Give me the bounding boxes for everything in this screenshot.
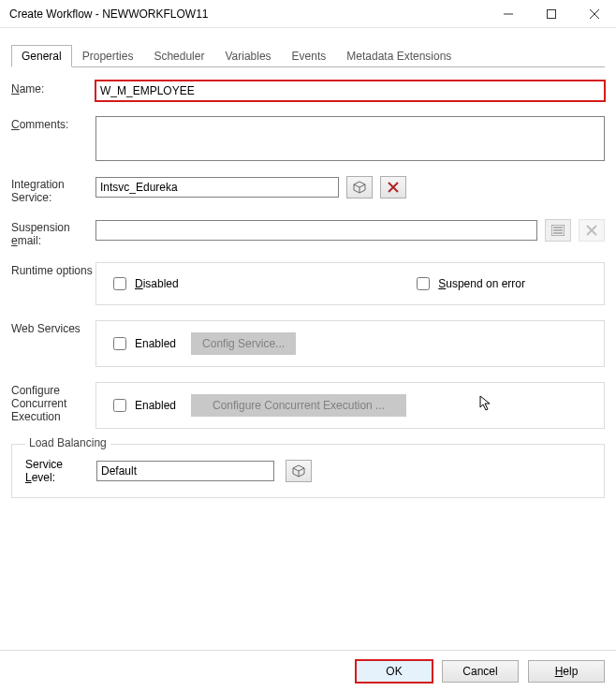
tab-properties[interactable]: Properties xyxy=(72,45,144,67)
concurrent-enabled-wrap[interactable]: Enabled xyxy=(110,396,176,415)
suspension-email-label: Suspension email: xyxy=(11,219,95,247)
cube-icon xyxy=(353,181,366,194)
tab-strip: General Properties Scheduler Variables E… xyxy=(11,45,605,67)
concurrent-enabled-checkbox[interactable] xyxy=(113,399,126,412)
suspension-email-browse-button[interactable] xyxy=(545,219,571,242)
concurrent-enabled-label: Enabled xyxy=(135,399,176,412)
web-services-label: Web Services xyxy=(11,320,95,335)
close-button[interactable] xyxy=(573,0,616,28)
comments-textarea[interactable] xyxy=(95,116,605,161)
maximize-button[interactable] xyxy=(530,0,573,28)
tab-variables[interactable]: Variables xyxy=(214,45,281,67)
maximize-icon xyxy=(547,9,556,19)
service-level-label: ServiceLevel: xyxy=(25,458,96,484)
x-icon xyxy=(388,182,399,193)
web-services-panel: Enabled Config Service... xyxy=(95,320,605,367)
tab-metadata-extensions[interactable]: Metadata Extensions xyxy=(336,45,462,67)
suspend-on-error-checkbox[interactable] xyxy=(417,277,430,290)
cube-icon xyxy=(292,464,305,478)
tab-scheduler[interactable]: Scheduler xyxy=(143,45,214,67)
svg-marker-4 xyxy=(354,182,365,187)
list-icon xyxy=(551,225,565,236)
integration-service-clear-button[interactable] xyxy=(380,176,406,198)
svg-marker-13 xyxy=(293,465,304,471)
load-balancing-title: Load Balancing xyxy=(25,436,110,449)
suspension-email-input[interactable] xyxy=(95,220,537,241)
tab-general[interactable]: General xyxy=(11,45,72,67)
disabled-checkbox-wrap[interactable]: Disabled xyxy=(110,274,179,293)
service-level-browse-button[interactable] xyxy=(286,460,312,482)
tab-events[interactable]: Events xyxy=(282,45,337,67)
runtime-options-label: Runtime options xyxy=(11,262,95,277)
config-concurrent-button: Configure Concurrent Execution ... xyxy=(191,394,406,417)
web-services-enabled-label: Enabled xyxy=(135,337,176,350)
runtime-options-panel: Disabled Suspend on error xyxy=(95,262,605,305)
disabled-checkbox-label: Disabled xyxy=(135,277,179,290)
service-level-input[interactable] xyxy=(96,461,274,481)
web-services-enabled-wrap[interactable]: Enabled xyxy=(110,334,176,353)
dialog-footer: OK Cancel Help xyxy=(0,650,616,691)
load-balancing-group: Load Balancing ServiceLevel: xyxy=(11,444,605,498)
comments-label: Comments: xyxy=(11,116,95,131)
svg-rect-1 xyxy=(548,9,556,18)
integration-service-browse-button[interactable] xyxy=(346,176,373,198)
config-service-button: Config Service... xyxy=(191,332,296,355)
ok-button[interactable]: OK xyxy=(356,660,433,683)
window-title: Create Workflow - NEWWORKFLOW11 xyxy=(9,7,487,21)
cancel-button[interactable]: Cancel xyxy=(442,660,519,683)
close-icon xyxy=(590,9,599,19)
integration-service-input[interactable] xyxy=(95,177,339,198)
help-button[interactable]: Help xyxy=(528,660,605,683)
suspend-on-error-checkbox-wrap[interactable]: Suspend on error xyxy=(413,274,525,293)
suspension-email-clear-button xyxy=(579,219,605,242)
name-input[interactable] xyxy=(95,81,605,101)
suspend-on-error-label: Suspend on error xyxy=(438,277,525,290)
disabled-checkbox[interactable] xyxy=(113,277,126,290)
title-bar: Create Workflow - NEWWORKFLOW11 xyxy=(0,0,616,28)
x-icon xyxy=(586,225,597,236)
integration-service-label: Integration Service: xyxy=(11,176,95,204)
name-label: Name: xyxy=(11,81,95,96)
minimize-button[interactable] xyxy=(487,0,530,28)
web-services-enabled-checkbox[interactable] xyxy=(113,337,126,350)
concurrent-execution-panel: Enabled Configure Concurrent Execution .… xyxy=(95,382,605,429)
concurrent-execution-label: Configure Concurrent Execution xyxy=(11,382,95,423)
minimize-icon xyxy=(504,9,513,19)
